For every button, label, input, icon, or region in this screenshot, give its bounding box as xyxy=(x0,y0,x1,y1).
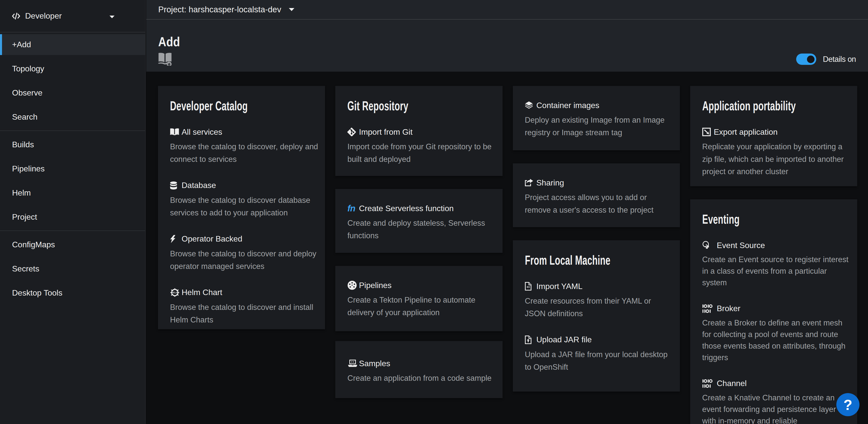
svg-text:HELM: HELM xyxy=(171,291,178,294)
